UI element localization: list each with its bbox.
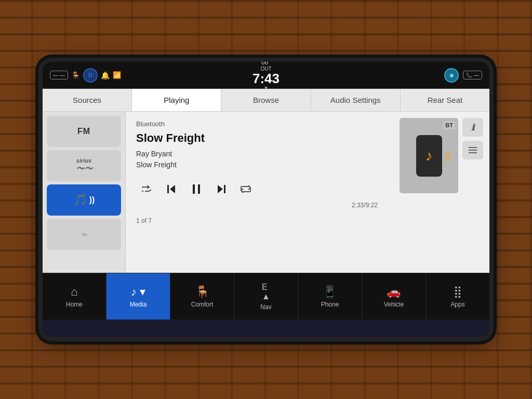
bell-icon: 🔔 <box>101 71 110 79</box>
playback-controls <box>136 183 383 195</box>
home-label: Home <box>66 301 83 308</box>
svg-rect-8 <box>469 152 477 153</box>
tab-sources[interactable]: Sources <box>43 89 132 111</box>
dash-icons: — — <box>50 71 68 79</box>
album-art: ♪ )) BT <box>400 118 458 193</box>
media-label: Media <box>130 301 147 308</box>
svg-marker-0 <box>170 185 175 193</box>
track-artist: Ray Bryant Slow Freight <box>136 149 383 170</box>
list-button[interactable] <box>462 141 483 159</box>
bottom-nav: ⌂ Home ♪ ▾ Media 🪑 Comfort E▲ Nav � <box>43 273 489 320</box>
temperature-value: 66° <box>261 62 271 66</box>
home-icon: ⌂ <box>71 285 77 299</box>
svg-rect-3 <box>198 184 200 194</box>
comfort-icon: 🪑 <box>195 285 209 299</box>
phone-icon: 📱 <box>323 285 337 299</box>
time-info: 2:33/9:22 <box>136 202 383 209</box>
tab-rear-seat[interactable]: Rear Seat <box>401 89 489 111</box>
media-icon: ♪ ▾ <box>131 285 145 299</box>
bottom-nav-home[interactable]: ⌂ Home <box>43 273 107 320</box>
side-controls: ℹ <box>462 118 483 159</box>
phone-status-box: 📞 — <box>463 71 482 79</box>
time-display: 7:43 <box>252 72 280 85</box>
status-center: 66° OUT 7:43 ▼ <box>195 62 337 91</box>
svg-rect-5 <box>224 185 225 193</box>
svg-rect-2 <box>193 184 195 194</box>
info-button[interactable]: ℹ <box>462 118 483 137</box>
usb-icon: ⌁ <box>81 228 87 241</box>
bottom-nav-vehicle[interactable]: 🚗 Vehicle <box>362 273 426 320</box>
nav-label: Nav <box>260 303 271 311</box>
bottom-nav-media[interactable]: ♪ ▾ Media <box>107 273 170 320</box>
alexa-button[interactable]: ◉ <box>444 68 459 83</box>
music-note-icon: ♪ <box>425 148 433 164</box>
now-playing-panel: Bluetooth Slow Freight Ray Bryant Slow F… <box>126 112 393 273</box>
bottom-nav-apps[interactable]: ⣿ Apps <box>426 273 489 320</box>
phone-status-icon: 📞 <box>466 72 472 78</box>
list-icon <box>468 146 478 154</box>
bluetooth-icon: 🎵 <box>73 193 87 207</box>
comfort-label: Comfort <box>191 301 214 308</box>
nav-icon: E▲ <box>262 283 270 301</box>
vehicle-label: Vehicle <box>384 301 404 308</box>
source-sirius[interactable]: sirius 〜〜 <box>47 150 121 181</box>
infotainment-screen: — — 🪑 U 🔔 📶 66° OUT 7:43 ▼ ◉ 📞 <box>43 62 489 337</box>
vehicle-icon: 🚗 <box>387 285 401 299</box>
main-content: FM sirius 〜〜 🎵 )) ⌁ Bluetooth Slow Freig… <box>43 112 489 273</box>
svg-rect-1 <box>167 185 169 193</box>
repeat-button[interactable] <box>240 185 251 193</box>
album-art-inner: ♪ )) BT <box>400 118 458 193</box>
info-icon: ℹ <box>471 123 474 132</box>
pause-button[interactable] <box>190 183 203 195</box>
source-fm[interactable]: FM <box>47 116 121 147</box>
sound-waves-icon: )) <box>445 150 451 161</box>
album-area: ♪ )) BT ℹ <box>393 112 489 273</box>
wifi-icon: 📶 <box>113 71 121 79</box>
svg-rect-7 <box>469 150 477 151</box>
status-bar: — — 🪑 U 🔔 📶 66° OUT 7:43 ▼ ◉ 📞 <box>43 62 489 89</box>
uconnect-symbol: U <box>88 72 92 78</box>
tab-playing[interactable]: Playing <box>132 89 221 111</box>
tab-audio-settings[interactable]: Audio Settings <box>311 89 401 111</box>
bottom-nav-comfort[interactable]: 🪑 Comfort <box>170 273 234 320</box>
bt-badge: BT <box>443 121 455 129</box>
svg-marker-4 <box>218 185 223 193</box>
seat-icon: 🪑 <box>71 71 80 79</box>
status-right: ◉ 📞 — <box>341 68 482 83</box>
alexa-icon: ◉ <box>449 72 454 78</box>
phone-art-icon: ♪ <box>416 135 442 177</box>
shuffle-button[interactable] <box>141 185 153 193</box>
track-source: Bluetooth <box>136 120 383 128</box>
dash-dash: — — <box>53 72 65 78</box>
bottom-nav-phone[interactable]: 📱 Phone <box>298 273 362 320</box>
svg-rect-6 <box>469 147 477 148</box>
uconnect-icon[interactable]: U <box>83 68 98 83</box>
prev-button[interactable] <box>165 183 178 195</box>
bottom-nav-nav[interactable]: E▲ Nav <box>234 273 298 320</box>
apps-label: Apps <box>450 301 464 308</box>
source-usb[interactable]: ⌁ <box>47 219 121 250</box>
phone-label: Phone <box>321 301 339 308</box>
sources-sidebar: FM sirius 〜〜 🎵 )) ⌁ <box>43 112 126 273</box>
tab-browse[interactable]: Browse <box>221 89 311 111</box>
nav-tabs: Sources Playing Browse Audio Settings Re… <box>43 89 489 112</box>
track-title: Slow Freight <box>136 132 383 144</box>
apps-icon: ⣿ <box>454 285 462 299</box>
status-left: — — 🪑 U 🔔 📶 <box>50 68 191 83</box>
next-button[interactable] <box>215 183 228 195</box>
page-info: 1 of 7 <box>136 217 383 224</box>
source-bluetooth[interactable]: 🎵 )) <box>47 184 121 216</box>
phone-status-dash: — <box>474 72 479 78</box>
